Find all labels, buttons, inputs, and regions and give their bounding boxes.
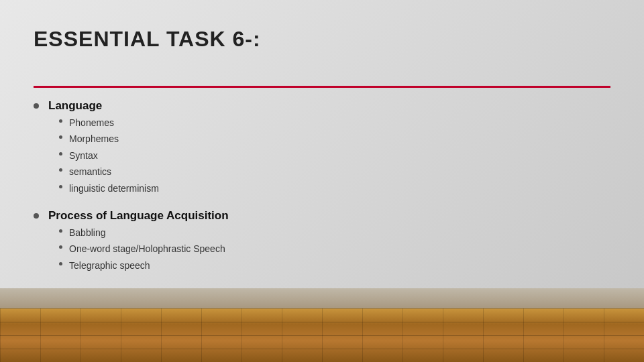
floor-vline [362, 308, 363, 362]
sub-bullet-icon [59, 168, 62, 172]
sub-bullet-icon [59, 185, 62, 188]
main-list-item: LanguagePhonemesMorphemesSyntaxsemantics… [34, 99, 610, 197]
bullet-icon [34, 213, 39, 219]
floor-vline [564, 308, 564, 362]
floor-vline [40, 308, 41, 362]
sub-items-list: BabblingOne-word stage/Holophrastic Spee… [59, 225, 229, 273]
floor-vline [523, 308, 524, 362]
sub-list-item: Babbling [59, 225, 229, 240]
sub-list-item: Telegraphic speech [59, 258, 229, 273]
sub-bullet-icon [59, 245, 62, 249]
sub-item-label: Babbling [69, 225, 106, 240]
sub-item-label: Syntax [69, 148, 98, 163]
floor-vline [322, 308, 323, 362]
main-list-item: Process of Language AcquisitionBabblingO… [34, 209, 610, 274]
floor-vline [604, 308, 604, 362]
sub-bullet-icon [59, 262, 62, 265]
floor-vline [241, 308, 242, 362]
floor-vline [201, 308, 202, 362]
floor-vline [402, 308, 403, 362]
sub-item-label: semantics [69, 164, 111, 179]
main-item-label: Language [48, 99, 159, 113]
floor-vline [282, 308, 282, 362]
slide-title: ESSENTIAL TASK 6-: [34, 27, 261, 52]
sub-list-item: Syntax [59, 148, 159, 163]
wall-strip [0, 288, 644, 308]
sub-items-list: PhonemesMorphemesSyntaxsemanticslinguist… [59, 115, 159, 196]
sub-item-label: Morphemes [69, 131, 119, 146]
red-rule-divider [34, 86, 610, 88]
sub-bullet-icon [59, 229, 62, 233]
floor-vline [80, 308, 81, 362]
sub-list-item: linguistic determinism [59, 181, 159, 196]
sub-item-label: One-word stage/Holophrastic Speech [69, 241, 225, 256]
sub-list-item: semantics [59, 164, 159, 179]
sub-item-label: linguistic determinism [69, 181, 159, 196]
floor-vline [0, 308, 1, 362]
sub-list-item: Morphemes [59, 131, 159, 146]
sub-list-item: Phonemes [59, 115, 159, 130]
sub-item-label: Phonemes [69, 115, 114, 130]
floor-vline [121, 308, 121, 362]
floor-vline [161, 308, 162, 362]
sub-bullet-icon [59, 135, 62, 139]
floor-vline [483, 308, 484, 362]
bullet-icon [34, 103, 39, 109]
main-item-label: Process of Language Acquisition [48, 209, 229, 223]
sub-list-item: One-word stage/Holophrastic Speech [59, 241, 229, 256]
floor-area [0, 308, 644, 362]
floor-vline [443, 308, 443, 362]
sub-bullet-icon [59, 119, 62, 123]
sub-item-label: Telegraphic speech [69, 258, 150, 273]
sub-bullet-icon [59, 152, 62, 156]
